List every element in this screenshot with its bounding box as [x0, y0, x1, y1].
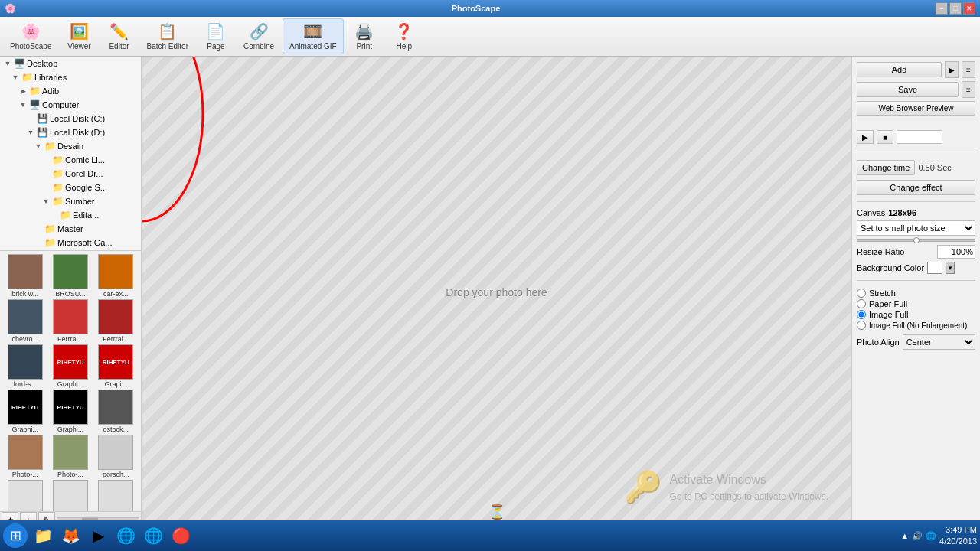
- toolbar-print[interactable]: 🖨️ Print: [345, 18, 384, 54]
- folder-icon: 🖥️: [29, 99, 41, 110]
- tree-item[interactable]: 📁 Master: [0, 222, 141, 236]
- taskbar-chrome-icon[interactable]: 🌐: [113, 523, 138, 548]
- background-color-box[interactable]: [927, 262, 942, 274]
- tray-clock[interactable]: 3:49 PM 4/20/2013: [939, 524, 977, 548]
- change-effect-button[interactable]: Change effect: [857, 180, 975, 195]
- toolbar-photoscape[interactable]: 🌸 PhotoScape: [3, 18, 59, 54]
- play-text-input[interactable]: [897, 130, 942, 144]
- image-full-no-enlarge-row: Image Full (No Enlargement): [857, 321, 975, 330]
- list-item[interactable]: RIHETYU Grapi...: [94, 344, 138, 388]
- list-item[interactable]: RIHETYU Graphi...: [3, 390, 47, 433]
- list-item[interactable]: BROSU...: [48, 254, 92, 298]
- minimize-button[interactable]: –: [936, 2, 948, 15]
- help-icon: ❓: [394, 22, 413, 41]
- canvas-size-select[interactable]: Set to small photo sizeSet to medium pho…: [857, 220, 975, 236]
- close-button[interactable]: ✕: [963, 2, 975, 15]
- canvas-area[interactable]: Drop your photo here 🔑 Activate Windows …: [142, 57, 851, 528]
- tree-item[interactable]: ▼ 📁 Desain: [0, 139, 141, 153]
- canvas-slider[interactable]: [857, 239, 975, 242]
- thumbnail-image: RIHETYU: [53, 390, 88, 425]
- tree-item[interactable]: 📁 Edita...: [0, 208, 141, 222]
- play-button[interactable]: ▶: [857, 130, 874, 144]
- maximize-button[interactable]: □: [949, 2, 962, 15]
- add-options-button[interactable]: ▶: [945, 61, 959, 78]
- resize-ratio-label: Resize Ratio: [857, 247, 934, 256]
- list-item[interactable]: [48, 480, 92, 511]
- image-full-radio[interactable]: [857, 310, 866, 319]
- taskbar-app-icon[interactable]: 🔴: [168, 523, 193, 548]
- tree-item[interactable]: 📁 Google S...: [0, 181, 141, 194]
- thumbnail-image: [53, 480, 88, 511]
- background-color-arrow[interactable]: ▼: [946, 262, 955, 274]
- list-item[interactable]: Photo-...: [3, 435, 47, 478]
- toolbar-combine[interactable]: 🔗 Combine: [237, 18, 281, 54]
- save-button[interactable]: Save: [857, 82, 959, 97]
- left-panel: ▼ 🖥️ Desktop ▼ 📁 Libraries ▶ 📁 Adib ▼ 🖥️…: [0, 57, 142, 528]
- tree-item[interactable]: 📁 Comic Li...: [0, 153, 141, 167]
- paper-full-row: Paper Full: [857, 299, 975, 308]
- taskbar-firefox-icon[interactable]: 🦊: [58, 523, 83, 548]
- paper-full-radio[interactable]: [857, 299, 866, 308]
- list-item[interactable]: RIHETYU Graphi...: [48, 390, 92, 433]
- tree-item[interactable]: 💾 Local Disk (C:): [0, 112, 141, 126]
- options-icon-button[interactable]: ≡: [962, 61, 975, 78]
- tree-item[interactable]: ▶ 📁 Adib: [0, 84, 141, 98]
- list-item[interactable]: [94, 480, 138, 511]
- tree-item[interactable]: 📁 Corel Dr...: [0, 167, 141, 181]
- tree-item[interactable]: ▼ 📁 Libraries: [0, 70, 141, 84]
- list-item[interactable]: brick w...: [3, 254, 47, 298]
- toolbar-viewer[interactable]: 🖼️ Viewer: [60, 18, 99, 54]
- photoscape-icon: 🌸: [21, 22, 41, 41]
- toolbar-page[interactable]: 📄 Page: [197, 18, 235, 54]
- thumbnail-image: [8, 344, 43, 380]
- stretch-radio[interactable]: [857, 289, 866, 298]
- stop-button[interactable]: ■: [877, 130, 893, 144]
- tree-item[interactable]: ▼ 📁 Sumber: [0, 194, 141, 208]
- list-item[interactable]: Ferrrai...: [94, 299, 138, 343]
- image-full-no-enlarge-radio[interactable]: [857, 321, 866, 330]
- resize-ratio-input[interactable]: [937, 245, 975, 259]
- tree-expander: ▼: [18, 100, 28, 109]
- tree-expander: [41, 183, 51, 192]
- list-item[interactable]: porsch...: [94, 435, 138, 478]
- tree-item[interactable]: ▼ 💾 Local Disk (D:): [0, 126, 141, 139]
- taskbar-network-icon[interactable]: 🌐: [141, 523, 165, 548]
- thumbnail-area[interactable]: brick w... BROSU... car-ex... chevro... …: [0, 251, 141, 511]
- photo-align-select[interactable]: CenterLeftRightTopBottom: [903, 334, 975, 350]
- list-item[interactable]: ostock...: [94, 390, 138, 433]
- thumbnail-image: RIHETYU: [98, 344, 133, 380]
- list-item[interactable]: chevro...: [3, 299, 47, 343]
- toolbar-editor[interactable]: ✏️ Editor: [100, 18, 139, 54]
- list-item[interactable]: [3, 480, 47, 511]
- tree-item[interactable]: ▼ 🖥️ Desktop: [0, 57, 141, 70]
- list-item[interactable]: ford-s...: [3, 344, 47, 388]
- list-item[interactable]: car-ex...: [94, 254, 138, 298]
- photo-align-row: Photo Align CenterLeftRightTopBottom: [857, 334, 975, 350]
- taskbar-media-icon[interactable]: ▶: [86, 523, 110, 548]
- add-button[interactable]: Add: [857, 62, 942, 77]
- web-preview-button[interactable]: Web Browser Preview: [857, 101, 975, 116]
- tree-item[interactable]: 📁 Microsoft Ga...: [0, 236, 141, 249]
- toolbar-help[interactable]: ❓ Help: [385, 18, 423, 54]
- toolbar-batch-editor[interactable]: 📋 Batch Editor: [140, 18, 195, 54]
- list-item[interactable]: Ferrrai...: [48, 299, 92, 343]
- list-item[interactable]: RIHETYU Graphi...: [48, 344, 92, 388]
- tree-item[interactable]: ▼ 🖥️ Computer: [0, 98, 141, 112]
- taskbar-folder-icon[interactable]: 📁: [31, 523, 55, 548]
- tree-item-label: Desain: [57, 142, 83, 151]
- thumbnail-label: Graphi...: [57, 380, 84, 388]
- list-item[interactable]: Photo-...: [48, 435, 92, 478]
- taskbar-start-button[interactable]: ⊞: [3, 523, 28, 548]
- tray-time-display: 3:49 PM: [939, 524, 977, 536]
- thumbnail-label: porsch...: [103, 471, 129, 478]
- toolbar-animated-gif[interactable]: 🎞️ Animated GIF: [283, 18, 344, 54]
- toolbar-print-label: Print: [356, 42, 372, 51]
- change-time-button[interactable]: Change time: [857, 160, 915, 175]
- save-icon-button[interactable]: ≡: [962, 81, 975, 98]
- tree-area: ▼ 🖥️ Desktop ▼ 📁 Libraries ▶ 📁 Adib ▼ 🖥️…: [0, 57, 141, 251]
- thumbnail-label: chevro...: [11, 335, 38, 343]
- tree-scroll[interactable]: ▼ 🖥️ Desktop ▼ 📁 Libraries ▶ 📁 Adib ▼ 🖥️…: [0, 57, 141, 250]
- tree-item-label: Google S...: [65, 183, 107, 192]
- batch-editor-icon: 📋: [158, 22, 177, 41]
- divider-2: [857, 152, 975, 152]
